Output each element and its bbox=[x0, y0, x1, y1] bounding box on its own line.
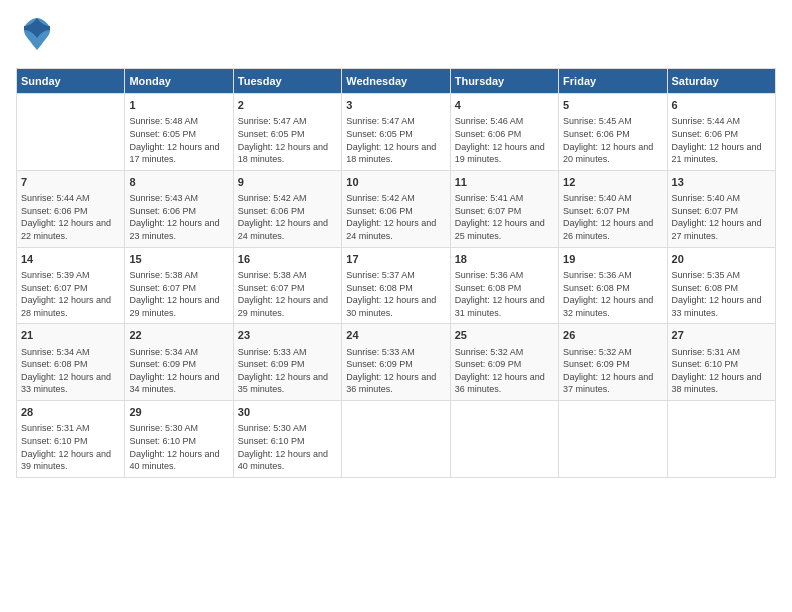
col-header-monday: Monday bbox=[125, 69, 233, 94]
cell-content: Sunrise: 5:47 AMSunset: 6:05 PMDaylight:… bbox=[238, 115, 337, 165]
cell-content: Sunrise: 5:43 AMSunset: 6:06 PMDaylight:… bbox=[129, 192, 228, 242]
calendar-cell: 5Sunrise: 5:45 AMSunset: 6:06 PMDaylight… bbox=[559, 94, 667, 171]
cell-content: Sunrise: 5:36 AMSunset: 6:08 PMDaylight:… bbox=[563, 269, 662, 319]
cell-content: Sunrise: 5:35 AMSunset: 6:08 PMDaylight:… bbox=[672, 269, 771, 319]
cell-content: Sunrise: 5:34 AMSunset: 6:08 PMDaylight:… bbox=[21, 346, 120, 396]
calendar-week-1: 1Sunrise: 5:48 AMSunset: 6:05 PMDaylight… bbox=[17, 94, 776, 171]
day-number: 22 bbox=[129, 328, 228, 343]
day-number: 2 bbox=[238, 98, 337, 113]
calendar-cell: 10Sunrise: 5:42 AMSunset: 6:06 PMDayligh… bbox=[342, 170, 450, 247]
day-number: 30 bbox=[238, 405, 337, 420]
calendar-cell: 21Sunrise: 5:34 AMSunset: 6:08 PMDayligh… bbox=[17, 324, 125, 401]
day-number: 1 bbox=[129, 98, 228, 113]
cell-content: Sunrise: 5:47 AMSunset: 6:05 PMDaylight:… bbox=[346, 115, 445, 165]
calendar-week-3: 14Sunrise: 5:39 AMSunset: 6:07 PMDayligh… bbox=[17, 247, 776, 324]
day-number: 21 bbox=[21, 328, 120, 343]
col-header-thursday: Thursday bbox=[450, 69, 558, 94]
cell-content: Sunrise: 5:44 AMSunset: 6:06 PMDaylight:… bbox=[21, 192, 120, 242]
day-number: 12 bbox=[563, 175, 662, 190]
cell-content: Sunrise: 5:42 AMSunset: 6:06 PMDaylight:… bbox=[346, 192, 445, 242]
day-number: 13 bbox=[672, 175, 771, 190]
calendar-cell bbox=[17, 94, 125, 171]
day-number: 4 bbox=[455, 98, 554, 113]
cell-content: Sunrise: 5:31 AMSunset: 6:10 PMDaylight:… bbox=[21, 422, 120, 472]
calendar-week-2: 7Sunrise: 5:44 AMSunset: 6:06 PMDaylight… bbox=[17, 170, 776, 247]
calendar-cell: 19Sunrise: 5:36 AMSunset: 6:08 PMDayligh… bbox=[559, 247, 667, 324]
day-number: 9 bbox=[238, 175, 337, 190]
calendar-cell: 13Sunrise: 5:40 AMSunset: 6:07 PMDayligh… bbox=[667, 170, 775, 247]
cell-content: Sunrise: 5:44 AMSunset: 6:06 PMDaylight:… bbox=[672, 115, 771, 165]
day-number: 25 bbox=[455, 328, 554, 343]
logo-bird-icon bbox=[22, 16, 52, 56]
cell-content: Sunrise: 5:32 AMSunset: 6:09 PMDaylight:… bbox=[455, 346, 554, 396]
col-header-friday: Friday bbox=[559, 69, 667, 94]
calendar-cell: 27Sunrise: 5:31 AMSunset: 6:10 PMDayligh… bbox=[667, 324, 775, 401]
cell-content: Sunrise: 5:41 AMSunset: 6:07 PMDaylight:… bbox=[455, 192, 554, 242]
day-number: 24 bbox=[346, 328, 445, 343]
col-header-tuesday: Tuesday bbox=[233, 69, 341, 94]
cell-content: Sunrise: 5:38 AMSunset: 6:07 PMDaylight:… bbox=[238, 269, 337, 319]
calendar-week-4: 21Sunrise: 5:34 AMSunset: 6:08 PMDayligh… bbox=[17, 324, 776, 401]
day-number: 14 bbox=[21, 252, 120, 267]
cell-content: Sunrise: 5:30 AMSunset: 6:10 PMDaylight:… bbox=[129, 422, 228, 472]
cell-content: Sunrise: 5:33 AMSunset: 6:09 PMDaylight:… bbox=[238, 346, 337, 396]
day-number: 20 bbox=[672, 252, 771, 267]
calendar-cell: 26Sunrise: 5:32 AMSunset: 6:09 PMDayligh… bbox=[559, 324, 667, 401]
calendar-cell: 24Sunrise: 5:33 AMSunset: 6:09 PMDayligh… bbox=[342, 324, 450, 401]
day-number: 17 bbox=[346, 252, 445, 267]
calendar-cell: 7Sunrise: 5:44 AMSunset: 6:06 PMDaylight… bbox=[17, 170, 125, 247]
day-number: 23 bbox=[238, 328, 337, 343]
cell-content: Sunrise: 5:34 AMSunset: 6:09 PMDaylight:… bbox=[129, 346, 228, 396]
cell-content: Sunrise: 5:30 AMSunset: 6:10 PMDaylight:… bbox=[238, 422, 337, 472]
day-number: 15 bbox=[129, 252, 228, 267]
day-number: 6 bbox=[672, 98, 771, 113]
cell-content: Sunrise: 5:31 AMSunset: 6:10 PMDaylight:… bbox=[672, 346, 771, 396]
day-number: 10 bbox=[346, 175, 445, 190]
cell-content: Sunrise: 5:40 AMSunset: 6:07 PMDaylight:… bbox=[672, 192, 771, 242]
calendar-week-5: 28Sunrise: 5:31 AMSunset: 6:10 PMDayligh… bbox=[17, 401, 776, 478]
cell-content: Sunrise: 5:36 AMSunset: 6:08 PMDaylight:… bbox=[455, 269, 554, 319]
cell-content: Sunrise: 5:37 AMSunset: 6:08 PMDaylight:… bbox=[346, 269, 445, 319]
calendar-cell: 29Sunrise: 5:30 AMSunset: 6:10 PMDayligh… bbox=[125, 401, 233, 478]
cell-content: Sunrise: 5:39 AMSunset: 6:07 PMDaylight:… bbox=[21, 269, 120, 319]
calendar-cell: 8Sunrise: 5:43 AMSunset: 6:06 PMDaylight… bbox=[125, 170, 233, 247]
day-number: 3 bbox=[346, 98, 445, 113]
cell-content: Sunrise: 5:48 AMSunset: 6:05 PMDaylight:… bbox=[129, 115, 228, 165]
day-number: 19 bbox=[563, 252, 662, 267]
calendar-cell bbox=[450, 401, 558, 478]
calendar-cell: 3Sunrise: 5:47 AMSunset: 6:05 PMDaylight… bbox=[342, 94, 450, 171]
calendar-table: SundayMondayTuesdayWednesdayThursdayFrid… bbox=[16, 68, 776, 478]
col-header-sunday: Sunday bbox=[17, 69, 125, 94]
calendar-cell: 16Sunrise: 5:38 AMSunset: 6:07 PMDayligh… bbox=[233, 247, 341, 324]
cell-content: Sunrise: 5:32 AMSunset: 6:09 PMDaylight:… bbox=[563, 346, 662, 396]
calendar-cell: 2Sunrise: 5:47 AMSunset: 6:05 PMDaylight… bbox=[233, 94, 341, 171]
calendar-cell: 12Sunrise: 5:40 AMSunset: 6:07 PMDayligh… bbox=[559, 170, 667, 247]
cell-content: Sunrise: 5:46 AMSunset: 6:06 PMDaylight:… bbox=[455, 115, 554, 165]
calendar-cell: 1Sunrise: 5:48 AMSunset: 6:05 PMDaylight… bbox=[125, 94, 233, 171]
calendar-cell: 9Sunrise: 5:42 AMSunset: 6:06 PMDaylight… bbox=[233, 170, 341, 247]
calendar-cell: 4Sunrise: 5:46 AMSunset: 6:06 PMDaylight… bbox=[450, 94, 558, 171]
calendar-cell: 11Sunrise: 5:41 AMSunset: 6:07 PMDayligh… bbox=[450, 170, 558, 247]
day-number: 29 bbox=[129, 405, 228, 420]
day-number: 7 bbox=[21, 175, 120, 190]
calendar-cell: 20Sunrise: 5:35 AMSunset: 6:08 PMDayligh… bbox=[667, 247, 775, 324]
day-number: 16 bbox=[238, 252, 337, 267]
calendar-cell: 17Sunrise: 5:37 AMSunset: 6:08 PMDayligh… bbox=[342, 247, 450, 324]
calendar-cell bbox=[559, 401, 667, 478]
day-number: 27 bbox=[672, 328, 771, 343]
calendar-cell: 28Sunrise: 5:31 AMSunset: 6:10 PMDayligh… bbox=[17, 401, 125, 478]
cell-content: Sunrise: 5:33 AMSunset: 6:09 PMDaylight:… bbox=[346, 346, 445, 396]
day-number: 26 bbox=[563, 328, 662, 343]
calendar-cell bbox=[667, 401, 775, 478]
day-number: 5 bbox=[563, 98, 662, 113]
day-number: 28 bbox=[21, 405, 120, 420]
cell-content: Sunrise: 5:40 AMSunset: 6:07 PMDaylight:… bbox=[563, 192, 662, 242]
calendar-cell: 22Sunrise: 5:34 AMSunset: 6:09 PMDayligh… bbox=[125, 324, 233, 401]
calendar-cell: 18Sunrise: 5:36 AMSunset: 6:08 PMDayligh… bbox=[450, 247, 558, 324]
logo bbox=[16, 16, 52, 56]
day-number: 11 bbox=[455, 175, 554, 190]
day-number: 18 bbox=[455, 252, 554, 267]
calendar-cell bbox=[342, 401, 450, 478]
calendar-cell: 14Sunrise: 5:39 AMSunset: 6:07 PMDayligh… bbox=[17, 247, 125, 324]
col-header-wednesday: Wednesday bbox=[342, 69, 450, 94]
